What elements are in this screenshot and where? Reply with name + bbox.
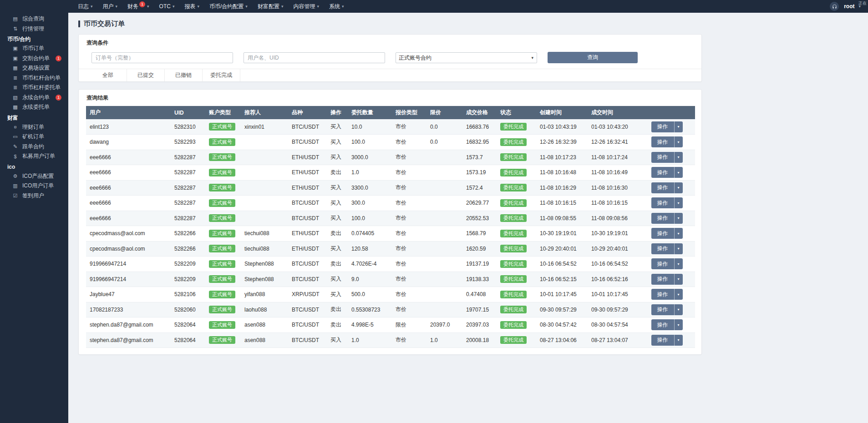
main-content: 币币交易订单 查询条件 正式账号合约 ▾ 查询 全部已提交已撤销委托完成 查询结… xyxy=(68,13,868,423)
cell-quote_type: 市价 xyxy=(392,196,426,211)
sidebar-item-1-5[interactable]: ▧永续合约单1 xyxy=(0,93,68,103)
row-action-dropdown[interactable]: ▾ xyxy=(674,213,683,224)
sidebar-item-1-1[interactable]: ▣交割合约单1 xyxy=(0,54,68,64)
sidebar-item-2-0[interactable]: ¤理财订单 xyxy=(0,122,68,132)
cell-status: 委托完成 xyxy=(497,211,536,226)
sidebar-item-3-0[interactable]: ⚙ICO产品配置 xyxy=(0,171,68,181)
sidebar-item-0-0[interactable]: ▤综合查询 xyxy=(0,14,68,24)
topnav-item-5[interactable]: 币币/合约配置▾ xyxy=(204,0,253,13)
row-action-button[interactable]: 操作 xyxy=(651,335,674,346)
row-action-button[interactable]: 操作 xyxy=(651,197,674,208)
cell-account_type: 正式账号 xyxy=(205,257,241,272)
row-action-dropdown[interactable]: ▾ xyxy=(674,335,683,346)
cell-referrer: xinxin01 xyxy=(241,119,288,135)
row-action-button[interactable]: 操作 xyxy=(651,152,674,163)
topnav-item-3[interactable]: OTC▾ xyxy=(154,0,180,13)
row-action-button[interactable]: 操作 xyxy=(651,243,674,254)
row-action-dropdown[interactable]: ▾ xyxy=(674,319,683,330)
row-action-button[interactable]: 操作 xyxy=(651,182,674,193)
page-title: 币币交易订单 xyxy=(68,13,868,34)
cell-limit_price xyxy=(426,241,462,257)
cell-created_at: 09-30 09:57:29 xyxy=(536,302,588,317)
account-type-select[interactable]: 正式账号合约 xyxy=(396,52,537,63)
row-action-button[interactable]: 操作 xyxy=(651,213,674,224)
row-action-button[interactable]: 操作 xyxy=(651,121,674,132)
topnav-item-4[interactable]: 报表▾ xyxy=(179,0,204,13)
screen-icon: ▥ xyxy=(12,183,18,189)
sidebar-item-2-2[interactable]: ✎跟单合约 xyxy=(0,142,68,152)
sidebar-item-label: 私募用户订单 xyxy=(22,152,55,160)
topnav-item-1[interactable]: 用户▾ xyxy=(98,0,123,13)
sidebar-item-3-1[interactable]: ▥ICO用户订单 xyxy=(0,181,68,191)
sidebar-item-label: ICO用户订单 xyxy=(22,182,54,190)
edit-icon: ✎ xyxy=(12,144,18,150)
row-action-dropdown[interactable]: ▾ xyxy=(674,304,683,315)
row-action-split-button: 操作▾ xyxy=(651,136,683,147)
topnav-item-0[interactable]: 日志▾ xyxy=(73,0,98,13)
sidebar-item-3-2[interactable]: ☑签到用户 xyxy=(0,191,68,201)
username-uid-input[interactable] xyxy=(244,52,385,63)
chevron-down-icon: ▾ xyxy=(677,125,679,129)
sidebar-item-label: 跟单合约 xyxy=(22,143,44,151)
cell-created_at: 10-16 06:52:15 xyxy=(536,272,588,287)
sidebar-item-2-3[interactable]: $私募用户订单 xyxy=(0,151,68,161)
topnav-item-8[interactable]: 系统▾ xyxy=(324,0,349,13)
cell-user: dawang xyxy=(86,135,171,150)
cell-dealt_at: 10-01 10:17:45 xyxy=(588,287,639,302)
cell-symbol: ETH/USDT xyxy=(288,150,327,165)
cell-created_at: 11-08 10:16:29 xyxy=(536,180,588,196)
cell-uid: 5282209 xyxy=(171,257,205,272)
orders-table-wrap: 用户UID账户类型推荐人品种操作委托数量报价类型限价成交价格状态创建时间成交时间… xyxy=(79,106,701,354)
row-action-dropdown[interactable]: ▾ xyxy=(674,136,683,147)
search-button[interactable]: 查询 xyxy=(548,52,638,63)
row-action-dropdown[interactable]: ▾ xyxy=(674,228,683,239)
cell-created_at: 11-08 10:17:23 xyxy=(536,150,588,165)
list-icon: ≣ xyxy=(12,85,18,91)
row-action-dropdown[interactable]: ▾ xyxy=(674,167,683,178)
cell-dealt_at: 11-08 10:17:24 xyxy=(588,150,639,165)
support-button[interactable] xyxy=(830,2,839,11)
sidebar-item-1-4[interactable]: ≣币币杠杆委托单 xyxy=(0,83,68,93)
cell-side: 买入 xyxy=(327,119,348,135)
sidebar-item-1-3[interactable]: ≣币币杠杆合约单 xyxy=(0,73,68,83)
cell-status: 委托完成 xyxy=(497,150,536,165)
row-action-button[interactable]: 操作 xyxy=(651,274,674,285)
filter-tab-2[interactable]: 已撤销 xyxy=(165,69,203,81)
cell-actions: 操作▾ xyxy=(639,196,695,211)
row-action-button[interactable]: 操作 xyxy=(651,289,674,300)
row-action-button[interactable]: 操作 xyxy=(651,228,674,239)
row-action-dropdown[interactable]: ▾ xyxy=(674,182,683,193)
cell-status: 委托完成 xyxy=(497,180,536,196)
sidebar-item-2-1[interactable]: ▭矿机订单 xyxy=(0,132,68,142)
status-badge: 委托完成 xyxy=(500,199,527,207)
sidebar-item-1-0[interactable]: ▣币币订单 xyxy=(0,44,68,54)
account-type-badge: 正式账号 xyxy=(209,336,235,344)
cell-side: 买入 xyxy=(327,241,348,257)
cell-deal_price: 1573.7 xyxy=(462,150,497,165)
sidebar-item-0-1[interactable]: ⇅行情管理 xyxy=(0,24,68,34)
row-action-button[interactable]: 操作 xyxy=(651,258,674,269)
row-action-button[interactable]: 操作 xyxy=(651,304,674,315)
row-action-button[interactable]: 操作 xyxy=(651,167,674,178)
row-action-dropdown[interactable]: ▾ xyxy=(674,121,683,132)
row-action-dropdown[interactable]: ▾ xyxy=(674,152,683,163)
row-action-button[interactable]: 操作 xyxy=(651,136,674,147)
cell-created_at: 01-03 10:43:19 xyxy=(536,119,588,135)
order-id-input[interactable] xyxy=(91,52,233,63)
row-action-button[interactable]: 操作 xyxy=(651,319,674,330)
topnav-item-7[interactable]: 内容管理▾ xyxy=(288,0,324,13)
row-action-dropdown[interactable]: ▾ xyxy=(674,243,683,254)
row-action-dropdown[interactable]: ▾ xyxy=(674,289,683,300)
topnav-item-6[interactable]: 财富配置▾ xyxy=(253,0,289,13)
cell-uid: 5282287 xyxy=(171,165,205,181)
filter-tab-1[interactable]: 已提交 xyxy=(127,69,165,81)
row-action-dropdown[interactable]: ▾ xyxy=(674,274,683,285)
sidebar-item-1-2[interactable]: ▦交易场设置 xyxy=(0,63,68,73)
row-action-dropdown[interactable]: ▾ xyxy=(674,197,683,208)
topnav-item-2[interactable]: 财务1▾ xyxy=(122,0,154,13)
row-action-dropdown[interactable]: ▾ xyxy=(674,258,683,269)
sidebar-item-1-6[interactable]: ▩永续委托单 xyxy=(0,102,68,112)
filter-tab-3[interactable]: 委托完成 xyxy=(203,69,240,81)
filter-tab-0[interactable]: 全部 xyxy=(89,69,127,81)
cell-created_at: 12-26 16:32:39 xyxy=(536,135,588,150)
